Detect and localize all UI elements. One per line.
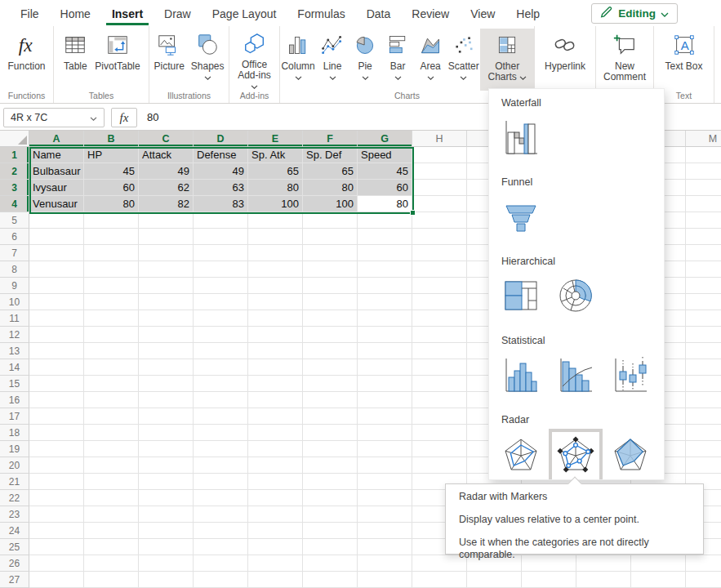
ribbon-button-bar[interactable]: Bar — [381, 29, 414, 87]
ribbon-button-area[interactable]: Area — [414, 29, 447, 87]
menu-tab-help[interactable]: Help — [510, 2, 545, 25]
row-header-15[interactable]: 15 — [0, 376, 29, 392]
cell-d2[interactable]: 49 — [194, 163, 248, 180]
column-header-h[interactable]: H — [412, 131, 467, 147]
ribbon-button-function[interactable]: fxFunction — [4, 29, 48, 87]
cell-a3[interactable]: Ivysaur — [29, 180, 84, 196]
row-header-26[interactable]: 26 — [0, 555, 29, 572]
cell-e3[interactable]: 80 — [248, 180, 303, 196]
chart-type-filled-radar[interactable] — [611, 436, 650, 475]
row-header-13[interactable]: 13 — [0, 343, 29, 359]
ribbon-button-pivottable[interactable]: PivotTable — [91, 29, 143, 87]
row-header-1[interactable]: 1 — [0, 147, 29, 163]
menu-tab-review[interactable]: Review — [406, 2, 455, 25]
menu-tab-file[interactable]: File — [15, 2, 45, 25]
row-header-25[interactable]: 25 — [0, 539, 29, 555]
menu-tab-formulas[interactable]: Formulas — [292, 2, 350, 25]
row-header-18[interactable]: 18 — [0, 425, 29, 441]
row-header-20[interactable]: 20 — [0, 457, 29, 474]
cell-a1[interactable]: Name — [29, 147, 84, 163]
chart-type-sunburst[interactable] — [556, 278, 595, 317]
row-header-19[interactable]: 19 — [0, 441, 29, 457]
chart-type-box-whisker[interactable] — [611, 357, 650, 396]
ribbon-button-new-comment[interactable]: New Comment — [596, 29, 653, 87]
ribbon-button-table[interactable]: Table — [59, 29, 91, 87]
row-header-17[interactable]: 17 — [0, 408, 29, 425]
ribbon-button-hyperlink[interactable]: Hyperlink — [541, 29, 589, 87]
menu-tab-data[interactable]: Data — [361, 2, 397, 25]
column-header-g[interactable]: G — [358, 131, 412, 147]
cell-a4[interactable]: Venusaur — [29, 196, 84, 212]
row-header-12[interactable]: 12 — [0, 327, 29, 343]
chart-type-radar[interactable] — [501, 436, 541, 475]
ribbon-button-text-box[interactable]: AText Box — [661, 29, 705, 87]
column-header-f[interactable]: F — [303, 131, 358, 147]
cell-g3[interactable]: 60 — [358, 180, 412, 196]
ribbon-button-pie[interactable]: Pie — [349, 29, 381, 87]
cell-d4[interactable]: 83 — [194, 196, 248, 212]
cell-f3[interactable]: 80 — [303, 180, 358, 196]
name-box[interactable]: 4R x 7C — [3, 108, 105, 127]
ribbon-button-office-add-ins[interactable]: Office Add-ins — [229, 29, 279, 87]
chart-type-pareto[interactable] — [556, 357, 595, 396]
cell-e2[interactable]: 65 — [248, 163, 303, 180]
cell-c2[interactable]: 49 — [139, 163, 194, 180]
cell-b1[interactable]: HP — [84, 147, 139, 163]
row-header-6[interactable]: 6 — [0, 229, 29, 245]
cell-f1[interactable]: Sp. Def — [303, 147, 358, 163]
cell-e1[interactable]: Sp. Atk — [248, 147, 303, 163]
cell-b4[interactable]: 80 — [84, 196, 139, 212]
menu-tab-draw[interactable]: Draw — [158, 2, 197, 25]
menu-tab-page-layout[interactable]: Page Layout — [207, 2, 283, 25]
column-header-m[interactable]: M — [686, 131, 721, 147]
row-header-14[interactable]: 14 — [0, 359, 29, 376]
cell-f4[interactable]: 100 — [303, 196, 358, 212]
menu-tab-home[interactable]: Home — [55, 2, 96, 25]
fx-button[interactable]: fx — [111, 108, 137, 127]
row-header-16[interactable]: 16 — [0, 392, 29, 408]
row-header-9[interactable]: 9 — [0, 278, 29, 294]
cell-c3[interactable]: 62 — [139, 180, 194, 196]
cell-c1[interactable]: Attack — [139, 147, 194, 163]
cell-f2[interactable]: 65 — [303, 163, 358, 180]
chart-type-funnel[interactable] — [501, 198, 541, 238]
chart-type-radar-with-markers[interactable] — [556, 436, 595, 475]
row-header-8[interactable]: 8 — [0, 261, 29, 278]
cell-a2[interactable]: Bulbasaur — [29, 163, 84, 180]
selection-fill-handle[interactable] — [410, 210, 416, 216]
row-header-10[interactable]: 10 — [0, 294, 29, 310]
chart-type-waterfall[interactable] — [501, 119, 541, 158]
row-header-21[interactable]: 21 — [0, 474, 29, 490]
cell-c4[interactable]: 82 — [139, 196, 194, 212]
cell-d1[interactable]: Defense — [194, 147, 248, 163]
row-header-4[interactable]: 4 — [0, 196, 29, 212]
cell-g2[interactable]: 45 — [358, 163, 412, 180]
row-header-22[interactable]: 22 — [0, 490, 29, 506]
cell-d3[interactable]: 63 — [194, 180, 248, 196]
cell-g1[interactable]: Speed — [358, 147, 412, 163]
ribbon-button-scatter[interactable]: Scatter — [447, 29, 480, 87]
cell-e4[interactable]: 100 — [248, 196, 303, 212]
column-header-a[interactable]: A — [29, 131, 84, 147]
row-header-23[interactable]: 23 — [0, 506, 29, 523]
ribbon-button-line[interactable]: Line — [316, 29, 349, 87]
row-header-11[interactable]: 11 — [0, 310, 29, 327]
column-header-b[interactable]: B — [84, 131, 139, 147]
cell-b3[interactable]: 60 — [84, 180, 139, 196]
chevron-down-icon[interactable] — [90, 112, 97, 123]
cell-g4[interactable]: 80 — [358, 196, 412, 212]
chart-type-treemap[interactable] — [501, 278, 541, 317]
ribbon-button-other-charts[interactable]: Other Charts — [480, 29, 534, 91]
row-header-2[interactable]: 2 — [0, 163, 29, 180]
row-header-3[interactable]: 3 — [0, 180, 29, 196]
editing-mode-button[interactable]: Editing — [591, 3, 678, 24]
row-header-5[interactable]: 5 — [0, 212, 29, 229]
formula-input[interactable]: 80 — [147, 108, 158, 127]
column-header-c[interactable]: C — [139, 131, 194, 147]
menu-tab-view[interactable]: View — [465, 2, 501, 25]
ribbon-button-picture[interactable]: Picture — [150, 29, 187, 87]
select-all-corner[interactable] — [0, 131, 29, 147]
ribbon-button-column[interactable]: Column — [280, 29, 316, 87]
row-header-7[interactable]: 7 — [0, 245, 29, 261]
chart-type-histogram[interactable] — [501, 357, 541, 396]
